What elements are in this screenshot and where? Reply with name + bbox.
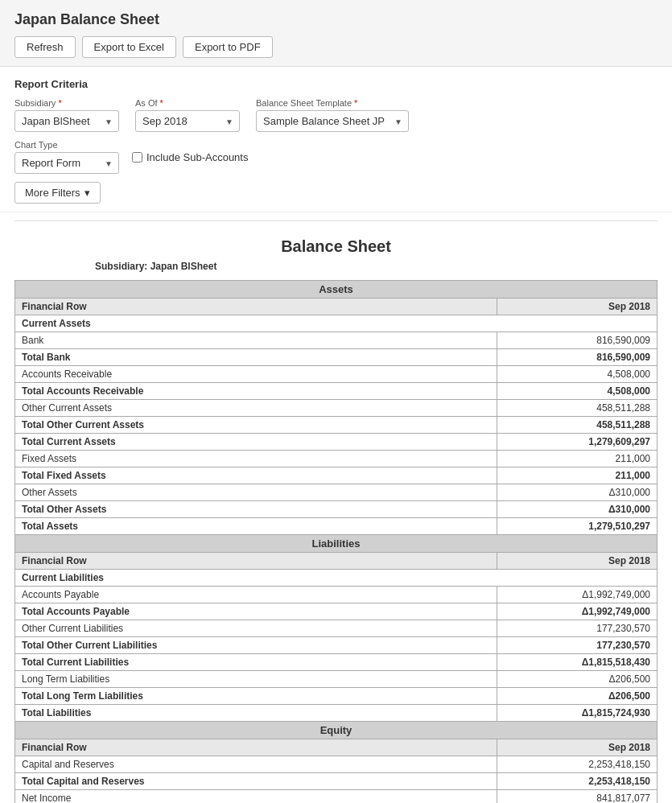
- total-current-assets-row: Total Current Assets 1,279,609,297: [15, 434, 658, 451]
- other-assets-row: Other Assets Δ310,000: [15, 484, 658, 501]
- current-assets-category: Current Assets: [15, 315, 658, 332]
- include-sub-accounts-label[interactable]: Include Sub-Accounts: [146, 151, 248, 163]
- total-fixed-assets-value: 211,000: [497, 467, 658, 484]
- more-filters-row: More Filters ▾: [14, 182, 658, 204]
- total-capital-reserves-row: Total Capital and Reserves 2,253,418,150: [15, 773, 658, 790]
- assets-section-header: Assets: [15, 281, 658, 299]
- equity-col-period: Sep 2018: [497, 739, 658, 756]
- capital-reserves-row: Capital and Reserves 2,253,418,150: [15, 756, 658, 773]
- equity-col-financial-row: Financial Row: [15, 739, 497, 756]
- include-sub-accounts-checkbox[interactable]: [132, 152, 142, 163]
- equity-header-label: Equity: [15, 722, 658, 739]
- page-header: Japan Balance Sheet Refresh Export to Ex…: [0, 0, 672, 67]
- total-accounts-payable-label: Total Accounts Payable: [15, 603, 497, 620]
- capital-reserves-value: 2,253,418,150: [497, 756, 658, 773]
- refresh-button[interactable]: Refresh: [14, 36, 76, 58]
- assets-col-financial-row: Financial Row: [15, 299, 497, 315]
- subsidiary-label: Subsidiary *: [14, 98, 119, 108]
- chart-row: Chart Type Report Form ▼ Include Sub-Acc…: [14, 140, 658, 174]
- subsidiary-field: Subsidiary * Japan BlSheet ▼: [14, 98, 119, 132]
- accounts-payable-value: Δ1,992,749,000: [497, 587, 658, 603]
- criteria-title: Report Criteria: [14, 78, 658, 90]
- total-other-current-assets-row: Total Other Current Assets 458,511,288: [15, 417, 658, 434]
- subsidiary-label-report: Subsidiary: Japan BlSheet: [95, 261, 658, 272]
- total-other-current-assets-label: Total Other Current Assets: [15, 417, 497, 434]
- total-other-current-assets-value: 458,511,288: [497, 417, 658, 434]
- template-label: Balance Sheet Template *: [256, 98, 409, 108]
- long-term-liabilities-row: Long Term Liabilities Δ206,500: [15, 671, 658, 688]
- long-term-liabilities-label: Long Term Liabilities: [15, 671, 497, 688]
- liabilities-section-header: Liabilities: [15, 535, 658, 553]
- accounts-payable-label: Accounts Payable: [15, 587, 497, 603]
- export-excel-button[interactable]: Export to Excel: [82, 36, 176, 58]
- bank-label: Bank: [15, 332, 497, 349]
- chart-type-select[interactable]: Report Form: [14, 152, 119, 174]
- balance-sheet-table: Assets Financial Row Sep 2018 Current As…: [14, 280, 658, 803]
- report-criteria: Report Criteria Subsidiary * Japan BlShe…: [0, 67, 672, 212]
- net-income-label: Net Income: [15, 790, 497, 804]
- total-other-current-liabilities-label: Total Other Current Liabilities: [15, 637, 497, 654]
- include-sub-accounts-group: Include Sub-Accounts: [132, 151, 248, 163]
- total-liabilities-value: Δ1,815,724,930: [497, 705, 658, 722]
- bank-row: Bank 816,590,009: [15, 332, 658, 349]
- fixed-assets-label: Fixed Assets: [15, 451, 497, 467]
- total-other-assets-value: Δ310,000: [497, 501, 658, 518]
- total-long-term-liabilities-row: Total Long Term Liabilities Δ206,500: [15, 688, 658, 705]
- other-current-liabilities-value: 177,230,570: [497, 620, 658, 637]
- template-select[interactable]: Sample Balance Sheet JP: [256, 110, 409, 132]
- accounts-receivable-label: Accounts Receivable: [15, 366, 497, 383]
- current-assets-label: Current Assets: [15, 315, 658, 332]
- equity-col-header: Financial Row Sep 2018: [15, 739, 658, 756]
- liabilities-col-period: Sep 2018: [497, 553, 658, 570]
- other-current-assets-value: 458,511,288: [497, 400, 658, 417]
- accounts-receivable-row: Accounts Receivable 4,508,000: [15, 366, 658, 383]
- bank-value: 816,590,009: [497, 332, 658, 349]
- assets-col-header: Financial Row Sep 2018: [15, 299, 658, 315]
- total-accounts-receivable-row: Total Accounts Receivable 4,508,000: [15, 383, 658, 400]
- total-bank-value: 816,590,009: [497, 349, 658, 366]
- as-of-field: As Of * Sep 2018 ▼: [135, 98, 240, 132]
- total-current-liabilities-value: Δ1,815,518,430: [497, 654, 658, 671]
- as-of-select[interactable]: Sep 2018: [135, 110, 240, 132]
- more-filters-button[interactable]: More Filters ▾: [14, 182, 101, 204]
- current-liabilities-label: Current Liabilities: [15, 570, 658, 587]
- divider: [14, 220, 658, 221]
- total-accounts-receivable-label: Total Accounts Receivable: [15, 383, 497, 400]
- total-current-liabilities-row: Total Current Liabilities Δ1,815,518,430: [15, 654, 658, 671]
- other-assets-label: Other Assets: [15, 484, 497, 501]
- total-current-assets-value: 1,279,609,297: [497, 434, 658, 451]
- total-fixed-assets-row: Total Fixed Assets 211,000: [15, 467, 658, 484]
- fixed-assets-row: Fixed Assets 211,000: [15, 451, 658, 467]
- fixed-assets-value: 211,000: [497, 451, 658, 467]
- total-liabilities-row: Total Liabilities Δ1,815,724,930: [15, 705, 658, 722]
- chart-type-select-wrapper: Report Form ▼: [14, 152, 119, 174]
- other-current-assets-label: Other Current Assets: [15, 400, 497, 417]
- total-capital-reserves-value: 2,253,418,150: [497, 773, 658, 790]
- long-term-liabilities-value: Δ206,500: [497, 671, 658, 688]
- total-assets-label: Total Assets: [15, 518, 497, 535]
- total-long-term-liabilities-label: Total Long Term Liabilities: [15, 688, 497, 705]
- report-title: Balance Sheet: [14, 237, 658, 256]
- assets-header-label: Assets: [15, 281, 658, 299]
- subsidiary-select-wrapper: Japan BlSheet ▼: [14, 110, 119, 132]
- assets-col-period: Sep 2018: [497, 299, 658, 315]
- total-other-assets-row: Total Other Assets Δ310,000: [15, 501, 658, 518]
- template-field: Balance Sheet Template * Sample Balance …: [256, 98, 409, 132]
- total-liabilities-label: Total Liabilities: [15, 705, 497, 722]
- liabilities-header-label: Liabilities: [15, 535, 658, 553]
- total-current-assets-label: Total Current Assets: [15, 434, 497, 451]
- chart-type-field: Chart Type Report Form ▼: [14, 140, 119, 174]
- other-current-liabilities-row: Other Current Liabilities 177,230,570: [15, 620, 658, 637]
- total-assets-row: Total Assets 1,279,510,297: [15, 518, 658, 535]
- liabilities-col-header: Financial Row Sep 2018: [15, 553, 658, 570]
- page-title: Japan Balance Sheet: [14, 11, 658, 28]
- toolbar: Refresh Export to Excel Export to PDF: [14, 36, 658, 58]
- total-accounts-receivable-value: 4,508,000: [497, 383, 658, 400]
- liabilities-col-financial-row: Financial Row: [15, 553, 497, 570]
- export-pdf-button[interactable]: Export to PDF: [183, 36, 273, 58]
- total-long-term-liabilities-value: Δ206,500: [497, 688, 658, 705]
- subsidiary-select[interactable]: Japan BlSheet: [14, 110, 119, 132]
- net-income-value: 841,817,077: [497, 790, 658, 804]
- total-current-liabilities-label: Total Current Liabilities: [15, 654, 497, 671]
- equity-section-header: Equity: [15, 722, 658, 739]
